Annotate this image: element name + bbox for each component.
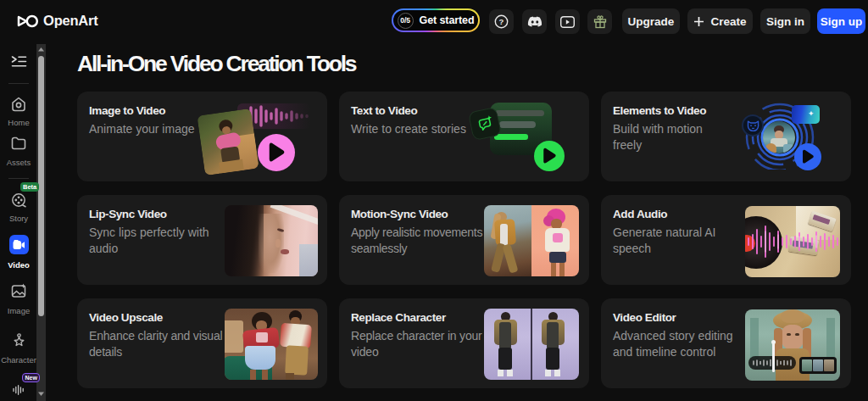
svg-text:?: ?: [499, 17, 504, 26]
